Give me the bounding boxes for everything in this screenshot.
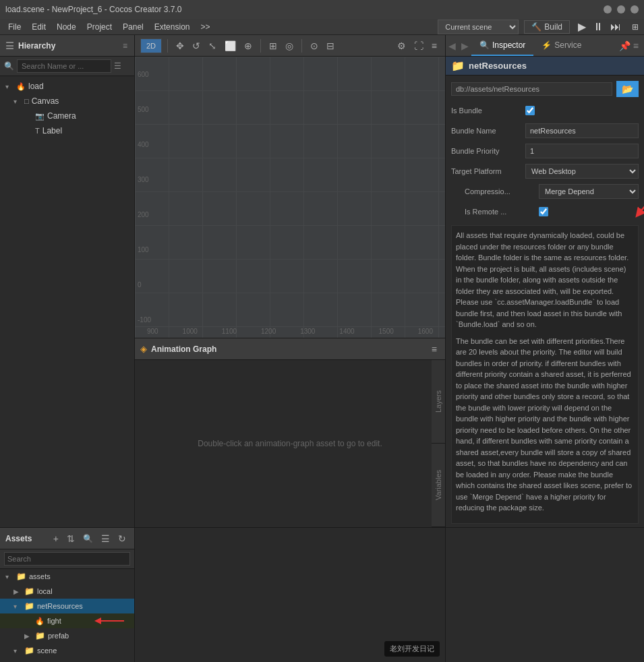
scene-toolbar: 2D ✥ ↺ ⤡ ⬜ ⊕ ⊞ ◎ ⊙ ⊟ ⚙ ⛶ ≡	[135, 35, 445, 57]
menu-node[interactable]: Node	[51, 19, 82, 34]
y-label-500: 500	[138, 106, 151, 113]
compression-select[interactable]: Merge Depend	[539, 184, 639, 199]
pivot-btn[interactable]: ◎	[283, 38, 296, 54]
tree-item-camera[interactable]: ▶ 📷 Camera	[0, 109, 134, 123]
play-button[interactable]: ▶	[575, 20, 589, 33]
layout-btn[interactable]: ⊞	[629, 21, 641, 33]
animation-side-labels: Layers Variables	[432, 360, 445, 527]
menu-extension[interactable]: Extension	[149, 19, 196, 34]
asset-item-netresources[interactable]: ▾ 📁 netResources	[0, 599, 134, 613]
asset-item-assets[interactable]: ▾ 📁 assets	[0, 569, 134, 584]
variables-label[interactable]: Variables	[432, 444, 445, 527]
tool5-btn[interactable]: ⊕	[241, 38, 255, 54]
tree-label-camera: Camera	[47, 111, 76, 121]
tab-service[interactable]: ⚡ Service	[533, 35, 589, 56]
asset-item-local[interactable]: ▶ 📁 local	[0, 584, 134, 599]
animation-panel: ◈ Animation Graph ≡ Double-click an anim…	[135, 338, 445, 527]
pin-btn[interactable]: 📌	[619, 40, 631, 51]
move-tool-btn[interactable]: ✥	[173, 38, 187, 54]
watermark-text: 老刘开发日记	[390, 644, 434, 653]
x-label-1300: 1300	[300, 328, 315, 335]
minimize-btn[interactable]	[604, 5, 612, 13]
hierarchy-list-icon[interactable]: ☰	[114, 61, 121, 71]
menu-panel[interactable]: Panel	[117, 19, 149, 34]
animation-menu-btn[interactable]: ≡	[429, 341, 440, 357]
asset-item-scene[interactable]: ▾ 📁 scene	[0, 643, 134, 658]
rect-tool-btn[interactable]: ⬜	[222, 38, 239, 54]
asset-item-prefab[interactable]: ▶ 📁 prefab	[0, 628, 134, 643]
assets-sort-btn[interactable]: ⇅	[64, 531, 78, 547]
right-panel: ◀ ▶ 🔍 Inspector ⚡ Service 📌 ≡ 📁 netResou…	[445, 35, 644, 527]
nav-back-btn[interactable]: ◀	[446, 38, 459, 54]
scene-content[interactable]: 600 500 400 300 200 100 0 -100 900 1000 …	[135, 57, 445, 338]
x-axis-labels: 900 1000 1100 1200 1300 1400 1500 1600	[135, 328, 445, 335]
hierarchy-menu-btn[interactable]: ≡	[121, 40, 129, 52]
tree-label-label: Label	[42, 126, 62, 136]
close-btn[interactable]	[631, 5, 639, 13]
grid-toggle-btn[interactable]: ⊟	[324, 38, 337, 54]
maximize-btn[interactable]	[617, 5, 625, 13]
is-remote-label: Is Remote ...	[465, 208, 539, 216]
window-controls[interactable]	[604, 5, 639, 13]
scene-2d-btn[interactable]: 2D	[140, 38, 162, 53]
toolbar-sep-2	[260, 39, 261, 53]
tree-item-canvas[interactable]: ▾ □ Canvas	[0, 94, 134, 109]
rotate-tool-btn[interactable]: ↺	[189, 38, 203, 54]
menu-file[interactable]: File	[3, 19, 26, 34]
inspector-description: All assets that require dynamically load…	[451, 225, 639, 524]
scene-dropdown[interactable]: Current scene	[438, 20, 519, 34]
build-button[interactable]: 🔨 Build	[524, 20, 570, 34]
camera-zoom-btn[interactable]: ⊙	[308, 38, 321, 54]
is-bundle-checkbox[interactable]	[525, 106, 535, 115]
asset-path-browse-btn[interactable]: 📂	[616, 81, 639, 97]
fight-arrow-annotation	[94, 615, 127, 627]
menu-edit[interactable]: Edit	[26, 19, 51, 34]
menu-more[interactable]: >>	[195, 19, 215, 34]
hierarchy-panel: ☰ Hierarchy ≡ 🔍 ☰ ▾ 🔥 load ▾ □ Canvas	[0, 35, 135, 527]
hierarchy-search-row: 🔍 ☰	[0, 57, 134, 76]
play-controls: ▶ ⏸ ⏭	[575, 20, 624, 33]
assets-search-btn[interactable]: 🔍	[80, 531, 96, 547]
is-remote-checkbox[interactable]	[539, 207, 548, 216]
layers-label[interactable]: Layers	[432, 360, 445, 444]
tree-label-canvas: Canvas	[32, 96, 59, 106]
pause-button[interactable]: ⏸	[590, 20, 606, 33]
bundle-name-input[interactable]	[525, 123, 639, 138]
assets-list-btn[interactable]: ☰	[98, 531, 113, 547]
assets-folder-icon: 📁	[16, 572, 26, 581]
assets-search-input[interactable]	[4, 552, 130, 566]
y-label-400: 400	[138, 141, 151, 148]
animation-placeholder: Double-click an animation-graph asset to…	[198, 439, 382, 448]
y-label-300: 300	[138, 176, 151, 183]
tree-arrow-canvas: ▾	[13, 98, 22, 105]
asset-path-row: db://assets/netResources 📂	[451, 81, 639, 97]
menu-project[interactable]: Project	[82, 19, 117, 34]
nav-fwd-btn[interactable]: ▶	[459, 38, 471, 54]
animation-content: Double-click an animation-graph asset to…	[135, 360, 445, 527]
animation-graph-icon: ◈	[140, 344, 147, 354]
scene-menu-btn[interactable]: ≡	[429, 38, 440, 54]
asset-item-fight[interactable]: ▶ 🔥 fight	[0, 613, 134, 628]
scale-tool-btn[interactable]: ⤡	[206, 38, 219, 54]
bundle-priority-input[interactable]	[525, 144, 639, 158]
assets-add-btn[interactable]: +	[51, 531, 61, 547]
local-folder-icon: 📁	[24, 586, 34, 596]
step-button[interactable]: ⏭	[608, 20, 624, 33]
animation-graph-title: Animation Graph	[151, 344, 216, 354]
prefab-folder-icon: 📁	[35, 631, 45, 640]
local-label: local	[37, 587, 53, 595]
tree-item-label[interactable]: ▶ T Label	[0, 123, 134, 138]
tree-item-load[interactable]: ▾ 🔥 load	[0, 79, 134, 94]
scene-settings-btn[interactable]: ⚙	[394, 38, 409, 54]
tab-inspector[interactable]: 🔍 Inspector	[471, 35, 533, 56]
hierarchy-search-input[interactable]	[17, 59, 111, 73]
target-platform-select[interactable]: Web Desktop	[525, 164, 639, 179]
scene-fullscreen-btn[interactable]: ⛶	[411, 38, 426, 54]
y-axis-labels: 600 500 400 300 200 100 0 -100	[138, 57, 151, 338]
tab-menu-btn[interactable]: ≡	[633, 40, 639, 51]
fight-file-icon: 🔥	[35, 617, 45, 626]
anchor-btn[interactable]: ⊞	[266, 38, 280, 54]
bottom-right-area	[445, 528, 644, 662]
assets-refresh-btn[interactable]: ↻	[115, 531, 129, 547]
assets-toolbar: Assets + ⇅ 🔍 ☰ ↻	[0, 528, 134, 549]
